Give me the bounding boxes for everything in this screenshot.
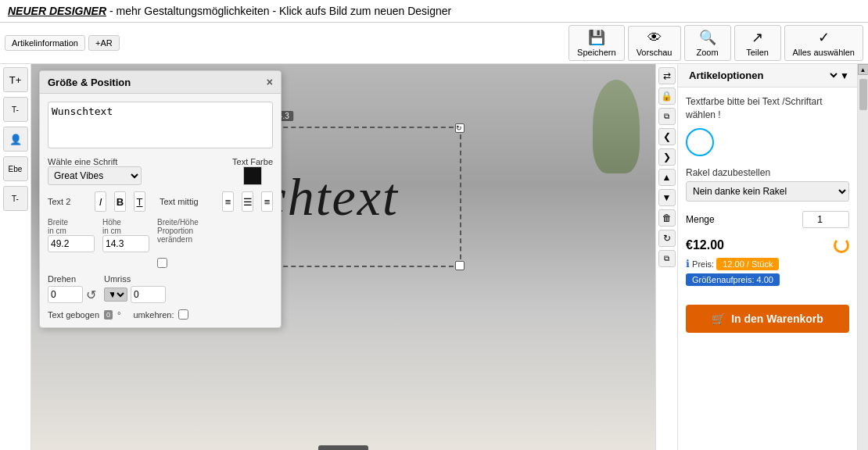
- text-style-button[interactable]: T-: [3, 186, 28, 211]
- preis-badge: 12.00 / Stück: [716, 258, 779, 270]
- info-icon: ℹ: [686, 258, 690, 270]
- size-panel-body: Wunschtext Wähle eine Schrift Great Vibe…: [40, 94, 281, 327]
- text-tool-button[interactable]: T+: [3, 67, 28, 92]
- dimensions-row: Breitein cm Höhein cm Breite/HöheProport…: [48, 218, 273, 268]
- artikel-optionen-select[interactable]: Artikeloptionen: [686, 69, 840, 82]
- italic-button[interactable]: I: [95, 191, 106, 212]
- right-button[interactable]: ❯: [658, 148, 676, 166]
- copy-button[interactable]: ⧉: [658, 250, 676, 267]
- gebogen-unit: °: [117, 310, 120, 320]
- duplicate-button[interactable]: ⧉: [658, 108, 676, 125]
- warenkorb-button[interactable]: 🛒 In den Warenkorb: [686, 305, 849, 333]
- new-designer-link[interactable]: NEUER DESIGNER: [8, 5, 106, 17]
- save-label: Speichern: [577, 48, 616, 57]
- bold-button[interactable]: B: [114, 191, 126, 212]
- breite-input[interactable]: [48, 235, 95, 252]
- color-circle[interactable]: [686, 128, 714, 156]
- text-input[interactable]: Wunschtext: [48, 102, 273, 148]
- hoehe-input[interactable]: [102, 235, 149, 252]
- font-row: Wähle eine Schrift Great Vibes Text Farb…: [48, 157, 273, 185]
- menge-row: Menge: [686, 211, 849, 228]
- size-panel-title: Größe & Position: [48, 77, 131, 88]
- add-ar-button[interactable]: +AR: [88, 35, 120, 51]
- preis-label: Preis:: [692, 259, 714, 269]
- select-all-button[interactable]: ✓ Alles auswählen: [784, 25, 864, 61]
- menge-label: Menge: [686, 214, 715, 225]
- underline-button[interactable]: T: [134, 191, 145, 212]
- left-button[interactable]: ❮: [658, 128, 676, 145]
- right-panel-body: Textfarbe bitte bei Text /Schriftart wäh…: [678, 88, 857, 450]
- zoom-button[interactable]: 🔍 Zoom: [684, 25, 731, 61]
- rakel-label: Rakel dazubestellen: [686, 167, 849, 178]
- preview-label: Vorschau: [637, 48, 673, 57]
- proportion-checkbox[interactable]: [157, 258, 167, 268]
- rakel-select[interactable]: Nein danke kein Rakel: [686, 181, 849, 202]
- breite-group: Breitein cm: [48, 218, 95, 268]
- size-position-panel: Größe & Position × Wunschtext Wähle eine…: [39, 70, 282, 328]
- preis-row: ℹ Preis: 12.00 / Stück: [686, 258, 849, 270]
- align-left-button[interactable]: ≡: [222, 191, 234, 212]
- proportion-group: Breite/HöheProportionverändern: [157, 218, 199, 268]
- groessen-badge: Größenaufpreis: 4.00: [686, 273, 780, 286]
- banner-text: - mehr Gestaltungsmöglichkeiten - Klick …: [106, 5, 451, 17]
- groessen-row: Größenaufpreis: 4.00: [686, 273, 849, 295]
- select-all-label: Alles auswählen: [793, 48, 855, 57]
- price-row: €12.00: [686, 238, 849, 253]
- right-panel: Artikeloptionen ▼ Textfarbe bitte bei Te…: [677, 64, 857, 450]
- align-right-button[interactable]: ≡: [261, 191, 273, 212]
- umkehren-checkbox[interactable]: [178, 309, 188, 320]
- size-panel-close-button[interactable]: ×: [267, 76, 273, 88]
- scroll-up-button[interactable]: ▲: [858, 64, 869, 75]
- text2-label: Text 2: [48, 197, 87, 206]
- color-label-small: Text Farbe: [232, 157, 273, 166]
- share-label: Teilen: [746, 48, 769, 57]
- save-button[interactable]: 💾 Speichern: [569, 25, 625, 61]
- share-button[interactable]: ↗ Teilen: [734, 25, 781, 61]
- select-all-icon: ✓: [818, 29, 830, 46]
- dropdown-icon: ▼: [840, 70, 849, 81]
- add-ar-label: +AR: [95, 38, 113, 48]
- text2-row: Text 2 I B T Text mittig ≡ ☰ ≡: [48, 191, 273, 212]
- umriss-dropdown[interactable]: ▼: [104, 288, 127, 302]
- handle-rotate[interactable]: ↻: [455, 123, 464, 133]
- share-icon: ↗: [751, 29, 763, 46]
- rotate-input[interactable]: [48, 286, 83, 303]
- font-select[interactable]: Great Vibes: [48, 166, 142, 185]
- lock-button[interactable]: 🔒: [658, 88, 676, 105]
- text-color-box[interactable]: [243, 166, 262, 185]
- umkehren-label: umkehren:: [133, 310, 174, 320]
- align-center-button[interactable]: ☰: [242, 191, 253, 212]
- top-banner: NEUER DESIGNER - mehr Gestaltungsmöglich…: [0, 0, 868, 23]
- gebogen-badge: 0: [104, 310, 113, 320]
- scroll-track[interactable]: [858, 75, 869, 450]
- rotate-row: Drehen ↺ Umriss ▼: [48, 274, 273, 303]
- save-icon: 💾: [588, 29, 605, 46]
- proportion-label: Breite/HöheProportionverändern: [157, 218, 199, 244]
- refresh-button[interactable]: ↻: [658, 230, 676, 247]
- canvas-right-arrows: ⇄ 🔒 ⧉ ❮ ❯ ▲ ▼ 🗑 ↻ ⧉: [655, 64, 677, 450]
- artikel-info-button[interactable]: Artikelinformation: [5, 35, 85, 51]
- drehen-label: Drehen: [48, 274, 96, 284]
- umriss-input[interactable]: [131, 286, 166, 303]
- gebogen-label: Text gebogen: [48, 310, 99, 320]
- preview-button[interactable]: 👁 Vorschau: [628, 26, 681, 61]
- up-button[interactable]: ▲: [658, 169, 676, 186]
- handle-resize[interactable]: [455, 261, 464, 270]
- artikel-info-label: Artikelinformation: [12, 38, 78, 48]
- preview-icon: 👁: [647, 30, 662, 46]
- zoom-label: Zoom: [696, 48, 718, 57]
- zoom-icon: 🔍: [699, 29, 716, 46]
- hoehe-group: Höhein cm: [102, 218, 149, 268]
- rotate-reset-icon[interactable]: ↺: [86, 288, 96, 302]
- size-panel-header: Größe & Position ×: [40, 71, 281, 94]
- scroll-thumb: [859, 79, 867, 110]
- down-button[interactable]: ▼: [658, 189, 676, 206]
- plant-decoration: [593, 80, 640, 173]
- layer-button[interactable]: Ebe: [3, 156, 28, 181]
- warenkorb-label: In den Warenkorb: [731, 312, 823, 325]
- text-size-button[interactable]: T-: [3, 97, 28, 122]
- swap-button[interactable]: ⇄: [658, 67, 676, 84]
- delete-button[interactable]: 🗑: [658, 209, 676, 227]
- user-icon-button[interactable]: 👤: [3, 127, 28, 152]
- menge-input[interactable]: [802, 211, 849, 228]
